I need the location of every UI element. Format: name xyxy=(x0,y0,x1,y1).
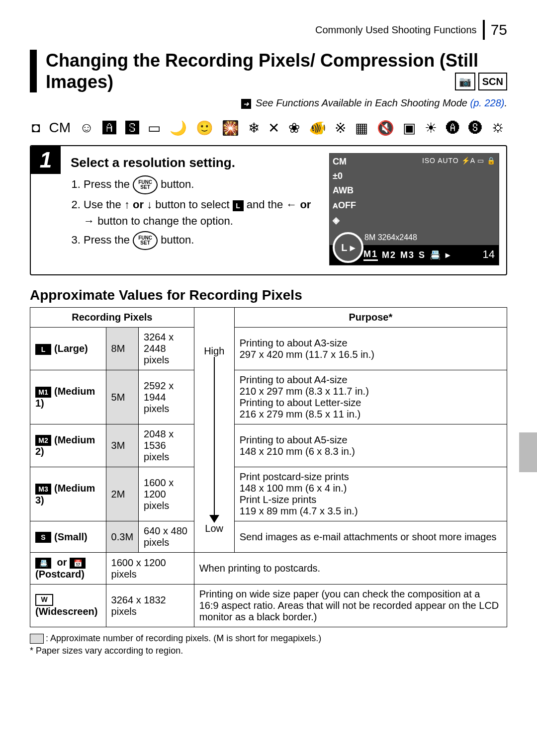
arrow-right-icon: ➜ xyxy=(241,99,251,109)
size-S-icon: S xyxy=(35,532,51,543)
lcd-info-line: 8M 3264x2448 xyxy=(364,233,417,242)
page-title: Changing the Recording Pixels/ Compressi… xyxy=(46,50,507,92)
size-L-icon: L xyxy=(35,344,51,355)
camera-lcd-screenshot: CM ±0 AWB ᴀOFF ◈ ISO AUTO ⚡A ▭ 🔒 8M 3264… xyxy=(329,153,499,265)
table-row-postcard: 📇 or 📅 (Postcard) 1600 x 1200 pixels Whe… xyxy=(30,553,507,585)
lcd-shots-remaining: 14 xyxy=(483,248,495,261)
mode-badges: 📷 SCN xyxy=(455,73,507,90)
func-set-button-icon: FUNCSET xyxy=(133,231,158,250)
range-low-label: Low xyxy=(205,523,223,534)
megapixel-cell: 5M xyxy=(106,370,138,424)
size-M1-icon: M1 xyxy=(35,387,51,398)
camera-mode-icon: 📷 xyxy=(455,73,475,90)
table-row: M3(Medium 3) 2M 1600 x 1200 pixels Print… xyxy=(30,467,507,521)
megapixel-cell: 3M xyxy=(106,424,138,467)
see-also-line: ➜ See Functions Available in Each Shooti… xyxy=(30,97,507,109)
size-M3-icon: M3 xyxy=(35,484,51,495)
lcd-top-right-icons: ISO AUTO ⚡A ▭ 🔒 xyxy=(422,157,496,165)
lcd-size-options: M1 M2 M3 S 📇 ▸ xyxy=(363,249,451,261)
footnote-2: * Paper sizes vary according to region. xyxy=(30,645,507,657)
lcd-selected-size-icon: L ▸ xyxy=(333,232,363,263)
arrow-down-icon xyxy=(209,515,219,523)
recording-pixels-table: Recording Pixels Purpose* L(Large) 8M 32… xyxy=(30,307,507,627)
up-down-arrows-icon: ↑ or ↓ xyxy=(124,198,152,211)
grey-swatch-icon xyxy=(30,634,44,644)
th-recording-pixels: Recording Pixels xyxy=(30,308,194,328)
th-purpose: Purpose* xyxy=(234,308,507,328)
megapixel-cell: 8M xyxy=(106,328,138,370)
running-header: Commonly Used Shooting Functions 75 xyxy=(30,20,507,40)
scn-mode-icon: SCN xyxy=(478,73,507,90)
step-number: 1 xyxy=(31,146,61,174)
section-title: Commonly Used Shooting Functions xyxy=(315,24,477,36)
footnote-1: : Approximate number of recording pixels… xyxy=(30,632,507,645)
widescreen-icon: W xyxy=(35,594,53,606)
step-1-box: 1 Select a resolution setting. Press the… xyxy=(30,145,507,275)
header-divider xyxy=(483,20,485,40)
lcd-left-icon-column: CM ±0 AWB ᴀOFF ◈ xyxy=(333,157,356,226)
table-row: M2(Medium 2) 3M 2048 x 1536 pixels Print… xyxy=(30,424,507,467)
megapixel-cell: 2M xyxy=(106,467,138,521)
step-item-2: Use the ↑ or ↓ button to select L and th… xyxy=(84,196,322,229)
step-item-1: Press the FUNCSET button. xyxy=(84,175,322,194)
postcard-icon: 📇 xyxy=(35,558,51,569)
resolution-menu-icon: L xyxy=(233,200,244,211)
table-row: M1(Medium 1) 5M 2592 x 1944 pixels Print… xyxy=(30,370,507,424)
megapixel-cell: 0.3M xyxy=(106,521,138,553)
thumb-tab xyxy=(519,432,537,472)
func-set-button-icon: FUNCSET xyxy=(133,175,158,194)
footnotes: : Approximate number of recording pixels… xyxy=(30,632,507,657)
table-row-widescreen: W (Widescreen) 3264 x 1832 pixels Printi… xyxy=(30,585,507,627)
step-item-3: Press the FUNCSET button. xyxy=(84,231,322,250)
step-instruction-list: Press the FUNCSET button. Use the ↑ or ↓… xyxy=(71,175,322,250)
high-low-arrow: High Low xyxy=(199,345,229,534)
table-heading: Approximate Values for Recording Pixels xyxy=(30,287,507,303)
page-number: 75 xyxy=(491,21,507,38)
page-title-block: Changing the Recording Pixels/ Compressi… xyxy=(30,50,507,92)
see-also-period: . xyxy=(504,97,507,108)
table-row: S(Small) 0.3M 640 x 480 pixels Send imag… xyxy=(30,521,507,553)
see-also-text: See Functions Available in Each Shooting… xyxy=(256,97,467,108)
see-also-link[interactable]: (p. 228) xyxy=(470,97,505,108)
size-M2-icon: M2 xyxy=(35,435,51,446)
table-row: L(Large) 8M 3264 x 2448 pixels High Low … xyxy=(30,328,507,370)
range-high-label: High xyxy=(204,345,224,357)
shooting-mode-icon-strip: ◘CM☺🅰🆂▭🌙🙂🎇❄✕❀🐠※▦🔇▣☀🅐🅢⛭ xyxy=(30,116,507,145)
date-postcard-icon: 📅 xyxy=(70,558,86,569)
